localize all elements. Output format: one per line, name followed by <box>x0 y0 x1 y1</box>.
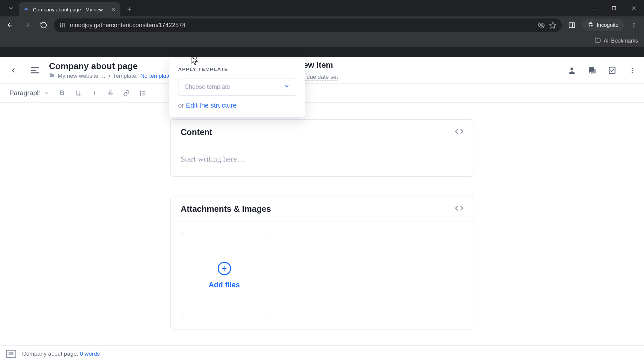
url-text: moodjoy.gathercontent.com/item/17422574 <box>70 22 534 29</box>
app-footer: ⌨ Company about page: 0 words <box>0 345 644 362</box>
browser-tab-active[interactable]: Company about page - My new… ✕ <box>19 2 120 16</box>
svg-point-19 <box>571 67 574 70</box>
new-tab-button[interactable]: + <box>123 3 135 15</box>
sidebar-toggle-button[interactable] <box>28 63 42 78</box>
add-files-button[interactable]: + Add files <box>181 232 268 319</box>
app-viewport: Company about page My new website … • Te… <box>0 57 644 362</box>
content-editor[interactable]: Start writing here… <box>181 155 464 164</box>
svg-point-13 <box>633 23 634 24</box>
code-icon[interactable] <box>455 127 464 137</box>
content-card-title: Content <box>181 127 212 137</box>
svg-point-14 <box>633 24 634 25</box>
svg-point-26 <box>140 95 141 96</box>
strikethrough-button[interactable]: S <box>104 86 117 100</box>
choose-template-dropdown[interactable]: Choose template <box>178 78 296 96</box>
word-count[interactable]: 0 words <box>80 351 100 357</box>
canvas-scroll[interactable]: Content Start writing here… Attachments … <box>0 103 644 345</box>
tab-bar: Company about page - My new… ✕ + <box>0 0 644 16</box>
attachments-card-title: Attachments & Images <box>181 204 271 214</box>
bold-button[interactable]: B <box>55 86 69 100</box>
more-menu-button[interactable] <box>627 65 638 76</box>
apply-template-popover: APPLY TEMPLATE Choose template or Edit t… <box>169 59 305 118</box>
svg-point-7 <box>64 23 65 24</box>
forward-button[interactable] <box>20 18 34 32</box>
tab-title: Company about page - My new… <box>33 7 108 12</box>
svg-point-5 <box>60 24 61 25</box>
comments-icon[interactable] <box>586 65 598 76</box>
app-header: Company about page My new website … • Te… <box>0 57 644 83</box>
minimize-button[interactable] <box>584 0 604 16</box>
app-back-button[interactable] <box>6 63 21 78</box>
canvas: Content Start writing here… Attachments … <box>170 119 474 329</box>
svg-marker-10 <box>550 22 556 28</box>
choose-template-placeholder: Choose template <box>184 83 230 90</box>
keyboard-icon[interactable]: ⌨ <box>6 350 16 358</box>
svg-point-23 <box>632 72 633 73</box>
browser-chrome: Company about page - My new… ✕ + moodjoy… <box>0 0 644 47</box>
svg-point-21 <box>632 68 633 69</box>
svg-rect-11 <box>569 23 575 28</box>
tab-search-button[interactable] <box>3 0 19 16</box>
italic-button[interactable]: I <box>88 86 101 100</box>
incognito-indicator[interactable]: Incognito <box>582 19 624 31</box>
maximize-button[interactable] <box>604 0 624 16</box>
svg-point-24 <box>140 91 141 92</box>
browser-menu-button[interactable] <box>627 18 641 32</box>
content-card: Content Start writing here… <box>170 119 474 177</box>
add-files-label: Add files <box>209 281 240 289</box>
svg-point-22 <box>632 70 633 71</box>
user-icon[interactable] <box>566 65 578 76</box>
popover-title: APPLY TEMPLATE <box>178 66 296 72</box>
svg-point-6 <box>62 25 63 26</box>
address-bar[interactable]: moodjoy.gathercontent.com/item/17422574 <box>54 18 562 32</box>
bookmarks-bar: All Bookmarks <box>0 34 644 47</box>
code-icon[interactable] <box>455 204 464 214</box>
svg-point-25 <box>140 93 141 94</box>
window-controls <box>584 0 644 16</box>
folder-icon <box>49 72 55 80</box>
or-label: or <box>178 102 184 109</box>
address-row: moodjoy.gathercontent.com/item/17422574 … <box>0 16 644 34</box>
close-icon[interactable]: ✕ <box>111 6 116 13</box>
back-button[interactable] <box>3 18 17 32</box>
svg-point-15 <box>633 26 634 27</box>
plus-circle-icon: + <box>218 262 231 275</box>
format-toolbar: Paragraph B U I S <box>0 83 644 103</box>
close-window-button[interactable] <box>624 0 644 16</box>
incognito-icon <box>587 21 594 29</box>
breadcrumb-project[interactable]: My new website … <box>58 73 106 79</box>
site-settings-icon[interactable] <box>59 22 66 28</box>
breadcrumb-separator: • <box>108 73 110 79</box>
paragraph-style-dropdown[interactable]: Paragraph <box>6 87 53 99</box>
underline-button[interactable]: U <box>71 86 85 100</box>
all-bookmarks-link[interactable]: All Bookmarks <box>604 38 638 44</box>
svg-rect-1 <box>612 7 615 10</box>
incognito-label: Incognito <box>597 22 619 28</box>
footer-label: Company about page: <box>22 351 78 357</box>
paragraph-label: Paragraph <box>9 89 41 97</box>
edit-structure-link[interactable]: Edit the structure <box>186 102 236 109</box>
star-icon[interactable] <box>549 21 556 29</box>
eye-off-icon[interactable] <box>538 21 545 29</box>
favicon-icon <box>23 6 30 12</box>
reload-button[interactable] <box>37 18 50 32</box>
template-label: Template: <box>113 73 138 79</box>
chevron-down-icon <box>284 83 290 90</box>
link-button[interactable] <box>120 86 133 100</box>
checklist-icon[interactable] <box>606 65 618 76</box>
attachments-card: Attachments & Images + Add files <box>170 196 474 329</box>
folder-icon <box>594 37 601 45</box>
bullet-list-button[interactable] <box>136 86 149 100</box>
side-panel-icon[interactable] <box>565 18 579 32</box>
